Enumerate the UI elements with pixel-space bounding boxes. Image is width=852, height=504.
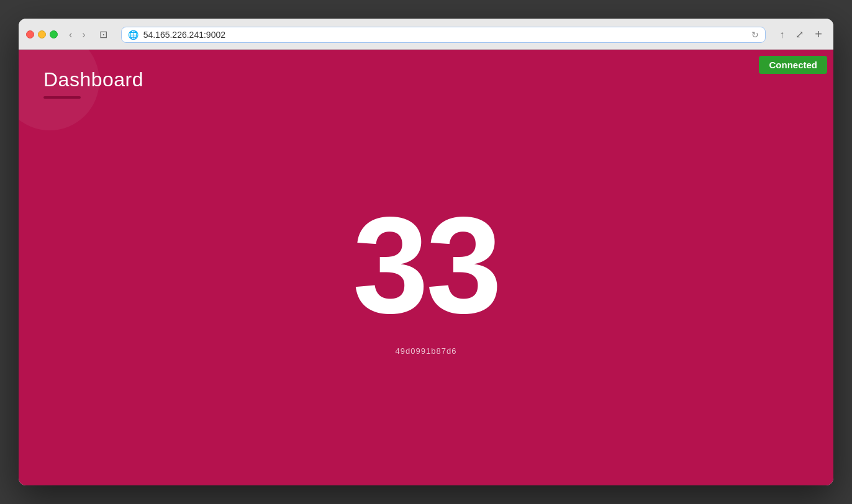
close-button[interactable] [26,30,34,38]
browser-actions: ↑ ⤢ + [776,26,826,43]
new-tab-button[interactable]: + [811,26,826,43]
address-bar-container: 🌐 ↻ [121,27,766,43]
minimize-button[interactable] [38,30,46,38]
browser-content: Connected Dashboard 33 49d0991b87d6 [19,50,833,485]
main-counter: 33 [353,197,500,334]
main-number-container: 33 49d0991b87d6 [43,86,809,467]
forward-button[interactable]: › [78,28,89,42]
share-button[interactable]: ↑ [776,27,788,43]
globe-icon: 🌐 [128,30,138,40]
address-input[interactable] [143,30,747,40]
back-button[interactable]: ‹ [65,28,76,42]
browser-window: ‹ › ⊡ 🌐 ↻ ↑ ⤢ + Connected Dashboard 33 4… [19,19,833,485]
browser-chrome: ‹ › ⊡ 🌐 ↻ ↑ ⤢ + [19,19,833,50]
dashboard-content: Dashboard 33 49d0991b87d6 [19,50,833,485]
session-id: 49d0991b87d6 [396,346,457,356]
reload-button[interactable]: ↻ [751,30,759,40]
maximize-button[interactable] [50,30,58,38]
fullscreen-button[interactable]: ⤢ [792,26,807,43]
traffic-lights [26,30,58,38]
sidebar-toggle-button[interactable]: ⊡ [96,27,111,42]
nav-buttons: ‹ › [65,28,89,42]
